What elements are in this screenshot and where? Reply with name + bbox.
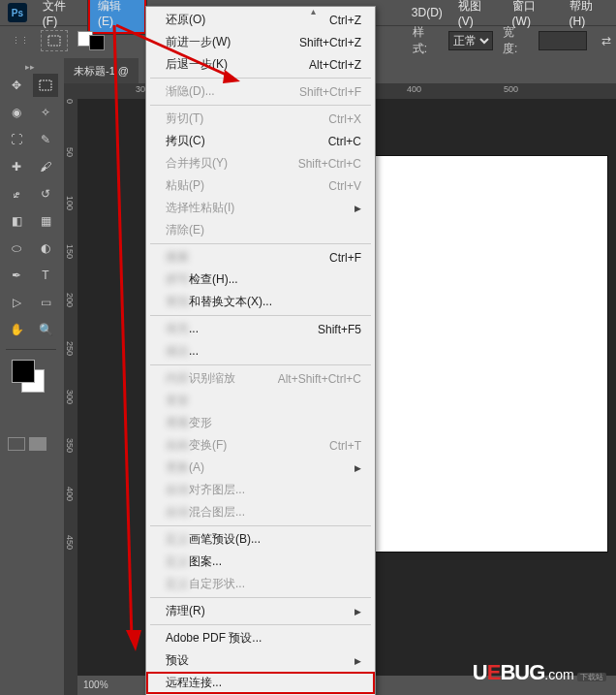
menu-item: 清除(E) xyxy=(146,219,375,241)
marquee-icon xyxy=(47,35,61,47)
brush-tool[interactable]: 🖌 xyxy=(33,155,58,178)
shape-tool[interactable]: ▭ xyxy=(33,291,58,314)
history-brush-tool[interactable]: ↺ xyxy=(33,182,58,205)
pen-tool[interactable]: ✒ xyxy=(4,264,29,287)
crop-tool[interactable]: ⛶ xyxy=(4,128,29,151)
chevron-right-icon: ▶ xyxy=(354,656,361,666)
type-tool[interactable]: T xyxy=(33,264,58,287)
menu-item[interactable]: 远程连接... xyxy=(146,672,375,694)
menu-item[interactable]: 搜索Ctrl+F xyxy=(146,246,375,269)
marquee-tool[interactable] xyxy=(33,74,58,97)
zoom-level: 100% xyxy=(83,679,108,690)
svg-rect-0 xyxy=(48,36,60,46)
lasso-tool[interactable]: ◉ xyxy=(4,101,29,124)
foreground-color-swatch[interactable] xyxy=(12,360,35,383)
grip-icon: ⋮⋮ xyxy=(12,36,29,46)
marquee-tool-preset[interactable] xyxy=(41,30,68,51)
color-swatches[interactable] xyxy=(12,360,50,398)
style-select[interactable]: 正常 xyxy=(448,31,493,50)
menu-item[interactable]: 定义图案... xyxy=(146,551,375,573)
menu-help[interactable]: 帮助(H) xyxy=(562,0,616,32)
path-select-tool[interactable]: ▷ xyxy=(4,291,29,314)
tools-palette: ▸▸ ✥ ◉ ✧ ⛶ ✎ ✚ 🖌 ⸙ ↺ ◧ ▦ ⬭ ◐ ✒ T ▷ ▭ ✋ 🔍 xyxy=(0,58,62,695)
menu-item[interactable]: 填充...Shift+F5 xyxy=(146,318,375,340)
hand-tool[interactable]: ✋ xyxy=(4,318,29,341)
status-bar: 100% xyxy=(64,678,128,695)
menu-item: 自动对齐图层... xyxy=(146,479,375,501)
edit-menu-dropdown: ▴ 还原(O)Ctrl+Z前进一步(W)Shift+Ctrl+Z后退一步(K)A… xyxy=(145,6,376,695)
ps-logo-icon: Ps xyxy=(8,3,27,22)
chevron-right-icon: ▶ xyxy=(354,204,361,213)
watermark: UEBUG.com 下载站 xyxy=(473,660,606,685)
menu-item[interactable]: 拼写检查(H)... xyxy=(146,269,375,291)
edit-mode-toggle[interactable] xyxy=(2,437,60,451)
menu-item: 内容识别缩放Alt+Shift+Ctrl+C xyxy=(146,367,375,390)
width-label: 宽度: xyxy=(503,24,529,57)
menu-item[interactable]: 查找和替换文本(X)... xyxy=(146,291,375,313)
menu-item[interactable]: 预设▶ xyxy=(146,649,375,672)
eraser-tool[interactable]: ◧ xyxy=(4,209,29,233)
wand-tool[interactable]: ✧ xyxy=(33,101,58,124)
menu-item[interactable]: 拷贝(C)Ctrl+C xyxy=(146,130,375,152)
document-tab[interactable]: 未标题-1 @ xyxy=(64,58,139,83)
menu-item[interactable]: 定义画笔预设(B)... xyxy=(146,528,375,551)
menu-item[interactable]: 后退一步(K)Alt+Ctrl+Z xyxy=(146,53,375,76)
move-tool[interactable]: ✥ xyxy=(4,74,29,97)
artboard[interactable] xyxy=(337,155,608,553)
vertical-ruler: 0 50 100 150 200 250 300 350 400 450 xyxy=(64,83,77,695)
grip-icon: ▸▸ xyxy=(2,62,58,72)
menu-item: 自由变换(F)Ctrl+T xyxy=(146,434,375,457)
menu-3d[interactable]: 3D(D) xyxy=(404,2,450,23)
menu-item: 选择性粘贴(I)▶ xyxy=(146,197,375,219)
boolean-ops[interactable] xyxy=(77,31,105,50)
menu-item[interactable]: 还原(O)Ctrl+Z xyxy=(146,9,375,31)
menu-item: 剪切(T)Ctrl+X xyxy=(146,108,375,130)
menu-item[interactable]: 清理(R)▶ xyxy=(146,600,375,622)
style-label: 样式: xyxy=(413,24,439,57)
eyedropper-tool[interactable]: ✎ xyxy=(33,128,58,151)
menu-edit[interactable]: 编辑(E) xyxy=(88,0,146,34)
healing-tool[interactable]: ✚ xyxy=(4,155,29,178)
svg-rect-1 xyxy=(40,80,51,90)
menu-file[interactable]: 文件(F) xyxy=(35,0,88,32)
stamp-tool[interactable]: ⸙ xyxy=(4,182,29,205)
menu-item: 自动混合图层... xyxy=(146,501,375,523)
menu-item: 变形 xyxy=(146,390,375,412)
width-input[interactable] xyxy=(539,31,587,50)
blur-tool[interactable]: ⬭ xyxy=(4,237,29,260)
menu-view[interactable]: 视图(V) xyxy=(450,0,505,32)
zoom-tool[interactable]: 🔍 xyxy=(33,318,58,341)
menu-item[interactable]: 前进一步(W)Shift+Ctrl+Z xyxy=(146,31,375,53)
menu-item: 定义自定形状... xyxy=(146,573,375,595)
menu-item: 合并拷贝(Y)Shift+Ctrl+C xyxy=(146,152,375,174)
dodge-tool[interactable]: ◐ xyxy=(33,237,58,260)
chevron-right-icon: ▶ xyxy=(354,607,361,616)
menu-item: 渐隐(D)...Shift+Ctrl+F xyxy=(146,80,375,103)
menu-item: 透视变形 xyxy=(146,412,375,434)
menu-item[interactable]: 描边... xyxy=(146,340,375,363)
menu-item[interactable]: Adobe PDF 预设... xyxy=(146,627,375,649)
menu-item: 变换(A)▶ xyxy=(146,457,375,479)
menu-item: 粘贴(P)Ctrl+V xyxy=(146,174,375,197)
gradient-tool[interactable]: ▦ xyxy=(33,209,58,233)
chevron-right-icon: ▶ xyxy=(354,463,361,473)
link-icon[interactable]: ⇄ xyxy=(597,31,616,50)
document-title: 未标题-1 @ xyxy=(74,64,129,79)
